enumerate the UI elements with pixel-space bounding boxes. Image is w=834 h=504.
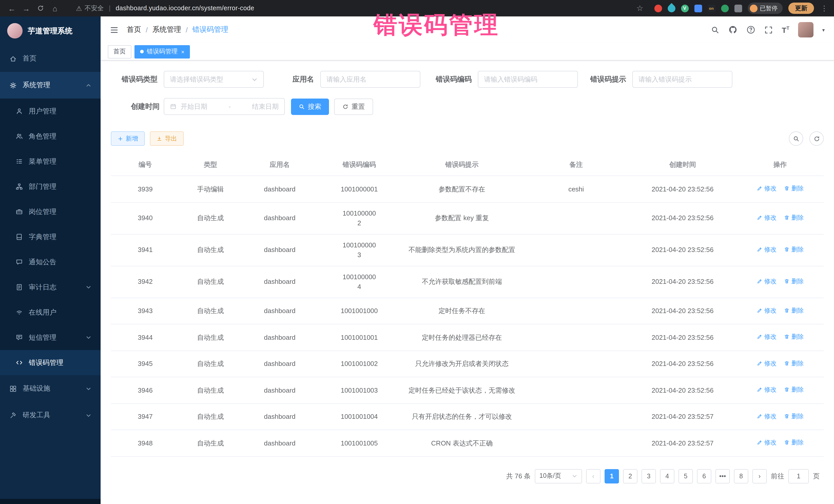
delete-link[interactable]: 删除 xyxy=(784,184,804,193)
pager-more-button[interactable]: ••• xyxy=(716,469,730,483)
delete-link[interactable]: 删除 xyxy=(784,385,804,394)
search-icon[interactable] xyxy=(711,25,720,34)
trash-icon xyxy=(784,439,790,445)
edit-link[interactable]: 修改 xyxy=(756,411,776,421)
pager-page-4[interactable]: 4 xyxy=(660,469,674,483)
pager-page-8[interactable]: 8 xyxy=(734,469,748,483)
delete-link[interactable]: 删除 xyxy=(784,332,804,341)
font-size-icon[interactable]: TT xyxy=(782,25,789,34)
extension-on-icon[interactable]: on xyxy=(707,4,715,12)
sidebar-item-department-management[interactable]: 部门管理 xyxy=(0,174,101,199)
export-button[interactable]: 导出 xyxy=(150,131,184,146)
sidebar-item-dict-management[interactable]: 字典管理 xyxy=(0,224,101,249)
sidebar-item-menu-management[interactable]: 菜单管理 xyxy=(0,149,101,174)
edit-link[interactable]: 修改 xyxy=(756,332,776,341)
help-icon[interactable] xyxy=(746,25,756,35)
breadcrumb-home[interactable]: 首页 xyxy=(127,25,141,35)
extension-red-icon[interactable] xyxy=(654,4,662,12)
sidebar-item-post-management[interactable]: 岗位管理 xyxy=(0,199,101,224)
delete-link[interactable]: 删除 xyxy=(784,245,804,254)
goto-suffix: 页 xyxy=(813,472,820,481)
logo-image xyxy=(7,23,23,39)
tab-close-icon[interactable]: × xyxy=(181,48,184,54)
edit-link[interactable]: 修改 xyxy=(756,358,776,368)
edit-link[interactable]: 修改 xyxy=(756,438,776,447)
pager-prev-button[interactable]: ‹ xyxy=(586,469,600,483)
show-search-toggle-button[interactable] xyxy=(789,131,803,146)
edit-link[interactable]: 修改 xyxy=(756,245,776,254)
extension-grid-icon[interactable] xyxy=(694,4,702,12)
pager-page-3[interactable]: 3 xyxy=(641,469,656,483)
delete-link[interactable]: 删除 xyxy=(784,438,804,447)
user-avatar[interactable] xyxy=(798,22,813,38)
delete-link[interactable]: 删除 xyxy=(784,306,804,315)
sidebar-item-audit-log[interactable]: 审计日志 xyxy=(0,275,101,300)
col-code: 错误码编码 xyxy=(318,154,400,176)
edit-link[interactable]: 修改 xyxy=(756,213,776,222)
cell-type: 自动生成 xyxy=(180,430,241,456)
col-type: 类型 xyxy=(180,154,241,176)
security-indicator[interactable]: ⚠ 不安全 xyxy=(76,4,104,13)
app-logo[interactable]: 芋道管理系统 xyxy=(0,17,101,45)
error-code-input[interactable] xyxy=(484,75,572,83)
tab-home[interactable]: 首页 xyxy=(108,45,131,58)
delete-link[interactable]: 删除 xyxy=(784,358,804,368)
browser-back-icon[interactable]: ← xyxy=(5,2,19,15)
pager-next-button[interactable]: › xyxy=(752,469,767,483)
cell-hint: 只允许修改为开启或者关闭状态 xyxy=(400,351,524,377)
vue-devtools-icon[interactable]: V xyxy=(681,4,688,12)
edit-link[interactable]: 修改 xyxy=(756,184,776,193)
pager-page-1[interactable]: 1 xyxy=(605,469,619,483)
browser-reload-icon[interactable] xyxy=(34,2,47,15)
sidebar-item-online-users[interactable]: 在线用户 xyxy=(0,300,101,325)
extension-leaf-icon[interactable] xyxy=(721,4,728,12)
cell-time: 2021-04-20 23:52:57 xyxy=(629,430,737,456)
browser-home-icon[interactable]: ⌂ xyxy=(48,2,62,15)
browser-menu-icon[interactable]: ⋮ xyxy=(820,4,829,12)
app-name-input[interactable] xyxy=(326,75,414,83)
github-icon[interactable] xyxy=(728,25,738,35)
hamburger-icon[interactable] xyxy=(110,25,118,34)
goto-page-input[interactable] xyxy=(788,469,809,483)
delete-link[interactable]: 删除 xyxy=(784,277,804,286)
profile-paused-badge[interactable]: 已暂停 xyxy=(748,3,783,14)
sidebar-item-system-management[interactable]: 系统管理 xyxy=(0,72,101,98)
sidebar-item-dev-tools[interactable]: 研发工具 xyxy=(0,402,101,429)
pager-page-6[interactable]: 6 xyxy=(697,469,711,483)
edit-link[interactable]: 修改 xyxy=(756,277,776,286)
sidebar-item-user-management[interactable]: 用户管理 xyxy=(0,98,101,124)
extensions-puzzle-icon[interactable] xyxy=(734,4,742,12)
search-button[interactable]: 搜索 xyxy=(291,98,329,115)
cell-time: 2021-04-20 23:52:56 xyxy=(629,266,737,298)
refresh-table-button[interactable] xyxy=(809,131,824,146)
date-range-picker[interactable]: 开始日期 - 结束日期 xyxy=(164,98,285,115)
sidebar-item-sms-management[interactable]: 短信管理 xyxy=(0,325,101,350)
error-hint-input[interactable] xyxy=(638,75,726,83)
browser-update-button[interactable]: 更新 xyxy=(788,3,814,14)
avatar-caret-icon[interactable]: ▾ xyxy=(822,27,825,32)
sidebar-item-home[interactable]: 首页 xyxy=(0,45,101,72)
delete-link[interactable]: 删除 xyxy=(784,411,804,421)
pager-page-2[interactable]: 2 xyxy=(623,469,637,483)
delete-link[interactable]: 删除 xyxy=(784,213,804,222)
breadcrumb-system[interactable]: 系统管理 xyxy=(152,25,181,35)
browser-forward-icon[interactable]: → xyxy=(20,2,33,15)
page-size-select[interactable]: 10条/页 xyxy=(535,469,582,483)
tab-error-code-management[interactable]: 错误码管理 × xyxy=(134,45,190,58)
error-type-select[interactable]: 请选择错误码类型 xyxy=(164,71,264,88)
add-button[interactable]: 新增 xyxy=(111,131,145,146)
sidebar-item-role-management[interactable]: 角色管理 xyxy=(0,124,101,149)
pager-page-5[interactable]: 5 xyxy=(679,469,693,483)
tab-label: 错误码管理 xyxy=(147,47,178,56)
edit-link[interactable]: 修改 xyxy=(756,306,776,315)
extension-drop-icon[interactable] xyxy=(666,3,677,14)
header-actions: TT ▾ xyxy=(711,22,825,38)
reset-button[interactable]: 重置 xyxy=(334,98,373,115)
fullscreen-icon[interactable] xyxy=(765,25,773,34)
sidebar-item-error-code-management[interactable]: 错误码管理 xyxy=(0,350,101,375)
edit-link[interactable]: 修改 xyxy=(756,385,776,394)
sidebar-item-notice[interactable]: 通知公告 xyxy=(0,249,101,275)
sidebar-item-infrastructure[interactable]: 基础设施 xyxy=(0,375,101,402)
address-bar[interactable]: ⚠ 不安全 | dashboard.yudao.iocoder.cn/syste… xyxy=(76,4,254,13)
bookmark-star-icon[interactable]: ☆ xyxy=(636,4,643,13)
